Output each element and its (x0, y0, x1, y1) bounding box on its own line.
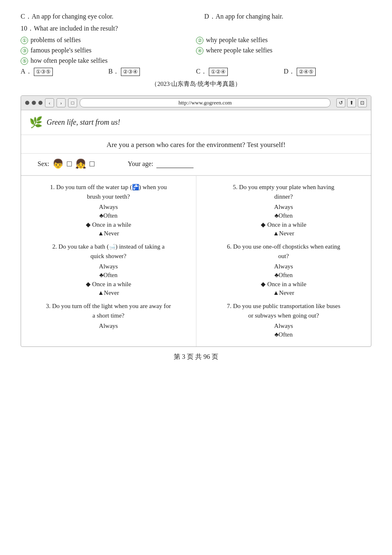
footer-text: 第 3 页 共 96 页 (174, 353, 218, 360)
browser-actions: ↺ ⬆ ⊡ (336, 98, 367, 107)
opt5: ⑤ how often people take selfies (21, 57, 371, 65)
male-icon: 👦 (52, 159, 64, 169)
q3-always: Always (29, 323, 188, 330)
d-option-text: D．An app for changing hair. (204, 13, 283, 20)
a-nums: ①③⑤ (34, 68, 53, 76)
d-nums: ②④⑤ (297, 68, 316, 76)
quiz-left-column: 1. Do you turn off the water tap (🚰) whe… (21, 176, 196, 346)
url-bar[interactable]: http://www.gogreen.com (80, 98, 331, 107)
b-nums: ②③④ (121, 68, 140, 76)
q1-never: ▲Never (29, 230, 188, 237)
q1-often: ♣Often (29, 212, 188, 219)
q6-line1: 6. Do you use one-off chopsticks when ea… (227, 243, 340, 250)
browser-content: 🌿 Green life, start from us! Are you a p… (21, 110, 371, 346)
a-answer: A． ①③⑤ (21, 67, 109, 76)
d-label: D． (284, 67, 295, 76)
q2-line2: quick shower? (90, 253, 126, 259)
opt5-text: how often people take selfies (31, 57, 108, 64)
c-option: C．An app for changing eye color. (21, 12, 188, 21)
a-label: A． (21, 67, 32, 76)
q6-line2: out? (278, 253, 289, 259)
age-underline (156, 160, 194, 168)
q7-often: ♣Often (205, 331, 363, 338)
dot3 (38, 101, 43, 105)
back-button[interactable]: ‹ (45, 98, 54, 107)
female-checkbox[interactable] (90, 161, 94, 166)
q2-line1: 2. Do you take a bath (🛁) instead of tak… (52, 243, 165, 250)
question-10: 10．What are included in the result? (21, 24, 371, 33)
d-answer: D． ②④⑤ (284, 67, 372, 76)
opt2-text: why people take selfies (206, 36, 268, 43)
c-answer: C． ①②④ (196, 67, 284, 76)
q6-text: 6. Do you use one-off chopsticks when ea… (205, 242, 363, 261)
q5-line1: 5. Do you empty your plate when having (233, 184, 334, 190)
opt1: ① problems of selfies (21, 36, 196, 44)
tab-button[interactable]: □ (68, 98, 77, 107)
q7-line1: 7. Do you use public transportation like… (227, 303, 340, 309)
q3-line1: 3. Do you turn off the light when you ar… (46, 303, 171, 309)
opt3-text: famous people's selfies (31, 47, 92, 54)
q7-text: 7. Do you use public transportation like… (205, 301, 363, 320)
q7-always: Always (205, 323, 363, 330)
q2-always: Always (29, 263, 188, 270)
q1-once: ◆ Once in a while (29, 221, 188, 228)
q2-once: ◆ Once in a while (29, 280, 188, 288)
q1-rest: brush your teeth? (87, 193, 130, 200)
q7-line2: or subways when going out? (248, 312, 319, 319)
opt1-text: problems of selfies (31, 36, 81, 43)
q3-text: 3. Do you turn off the light when you ar… (29, 301, 188, 320)
abcd-row: A． ①③⑤ B． ②③④ C． ①②④ D． ②④⑤ (21, 67, 371, 76)
q1-when: when you (142, 184, 167, 190)
opt4: ④ where people take selfies (196, 47, 371, 55)
age-label: Your age: (128, 160, 153, 167)
q5-often: ♣Often (205, 212, 363, 219)
male-checkbox[interactable] (67, 161, 72, 166)
source-text: （2023·山东青岛·统考中考真题） (151, 81, 241, 87)
opt2-num: ② (196, 37, 203, 44)
q2-often: ♣Often (29, 272, 188, 279)
c-nums: ①②④ (209, 68, 228, 76)
refresh-button[interactable]: ↺ (336, 98, 345, 107)
share-button[interactable]: ⬆ (347, 98, 356, 107)
options-5-row: ⑤ how often people take selfies (21, 57, 371, 65)
q6-never: ▲Never (205, 289, 363, 296)
q3-line2: a short time? (92, 312, 124, 319)
c-option-text: C．An app for changing eye color. (21, 13, 113, 20)
opt4-num: ④ (196, 47, 203, 55)
q5-never: ▲Never (205, 230, 363, 237)
opt4-text: where people take selfies (206, 47, 272, 54)
bookmark-button[interactable]: ⊡ (358, 98, 367, 107)
q1-always: Always (29, 204, 188, 211)
sex-label: Sex: (38, 160, 49, 168)
site-logo-icon: 🌿 (29, 116, 43, 129)
q5-once: ◆ Once in a while (205, 221, 363, 228)
bath-icon: 🛁 (109, 244, 116, 250)
forward-button[interactable]: › (57, 98, 66, 107)
browser-bar: ‹ › □ http://www.gogreen.com ↺ ⬆ ⊡ (21, 96, 371, 110)
q2-text: 2. Do you take a bath (🛁) instead of tak… (29, 242, 188, 261)
opt2: ② why people take selfies (196, 36, 371, 44)
q1-text: 1. Do you turn off the water tap (🚰) whe… (29, 183, 188, 201)
cd-options-row: C．An app for changing eye color. D．An ap… (21, 12, 371, 21)
q6-always: Always (205, 263, 363, 270)
quiz-columns: 1. Do you turn off the water tap (🚰) whe… (21, 176, 371, 346)
options-34-row: ③ famous people's selfies ④ where people… (21, 47, 371, 55)
options-12-row: ① problems of selfies ② why people take … (21, 36, 371, 44)
banner-text: Are you a person who cares for the envir… (106, 141, 286, 149)
source-line: （2023·山东青岛·统考中考真题） (21, 80, 371, 88)
opt5-num: ⑤ (21, 57, 28, 65)
c-label: C． (196, 67, 207, 76)
site-form-area: Sex: 👦 👧 Your age: (21, 154, 371, 176)
quiz-right-column: 5. Do you empty your plate when having d… (196, 176, 371, 346)
tap-icon: 🚰 (132, 184, 139, 190)
q2-never: ▲Never (29, 289, 188, 296)
site-banner: Are you a person who cares for the envir… (21, 135, 371, 154)
q6-often: ♣Often (205, 272, 363, 279)
d-option: D．An app for changing hair. (204, 12, 371, 21)
dot1 (25, 101, 29, 105)
browser-section: ‹ › □ http://www.gogreen.com ↺ ⬆ ⊡ 🌿 Gre… (21, 95, 371, 347)
opt1-num: ① (21, 37, 28, 44)
b-answer: B． ②③④ (109, 67, 196, 76)
top-section: C．An app for changing eye color. D．An ap… (21, 12, 371, 88)
age-row: Your age: (128, 160, 194, 168)
